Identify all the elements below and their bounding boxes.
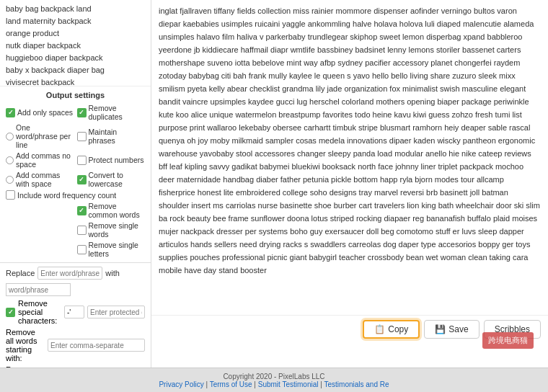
checkbox-remove-common-words[interactable] [77, 206, 87, 215]
setting-label: Add only spaces [17, 108, 73, 117]
setting-label: Remove duplicates [89, 104, 146, 121]
setting-label: Convert to lowercase [89, 171, 146, 188]
setting-label: Protect numbers [89, 156, 144, 164]
left-panel: baby bag backpack land land maternity ba… [0, 0, 151, 368]
checkbox-remove-single-words[interactable] [77, 226, 87, 235]
keyword-item: vivisecret backpack [6, 76, 145, 86]
copy-button[interactable]: 📋 Copy [363, 320, 420, 339]
replace-input[interactable] [37, 267, 102, 280]
remove-phrase-row: Remove all phrases containing: [6, 365, 145, 368]
special-chars-input[interactable] [64, 306, 84, 318]
replace-row: Replace with [6, 267, 145, 280]
setting-label: Remove single letters [89, 241, 146, 258]
terms-link[interactable]: Terms of Use [210, 380, 252, 388]
checkbox-protect-numbers[interactable] [77, 156, 87, 165]
setting-one-word-per-line[interactable]: One word/phrase per line [6, 123, 74, 149]
testimonials-link[interactable]: Testimonials and Re [324, 380, 389, 388]
checkbox-add-only-spaces[interactable] [6, 108, 15, 117]
save-label: Save [448, 324, 468, 334]
setting-add-only-spaces[interactable]: Add only spaces [6, 104, 74, 121]
copyright: Copyright 2020 - PixelLabs LLC [0, 373, 548, 380]
setting-label: Include word frequency count [17, 191, 116, 200]
watermark: 跨境电商猫 [482, 332, 534, 349]
remove-starting-row: Remove all words starting with: [6, 328, 145, 362]
setting-label: Maintain phrases [89, 128, 146, 145]
checkbox-include-word-frequency[interactable] [6, 190, 15, 200]
setting-add-commas-with-space[interactable]: Add commas with space [6, 171, 74, 188]
remove-special-label: Remove special characters: [18, 299, 61, 325]
with-label: with [105, 269, 120, 277]
setting-remove-single-letters[interactable]: Remove single letters [77, 241, 146, 258]
setting-label: One word/phrase per line [16, 123, 74, 149]
setting-label: Remove single words [89, 221, 146, 239]
output-settings: Output settings Add only spaces Remove d… [0, 86, 151, 263]
keyword-list: baby bag backpack land land maternity ba… [0, 0, 151, 86]
copy-label: Copy [388, 324, 408, 334]
keyword-item: huggieboo diaper backpack [6, 52, 145, 64]
remove-special-row: Remove special characters: [6, 299, 145, 325]
keyword-item: nutk diaper backpack [6, 40, 145, 52]
save-icon: 💾 [435, 324, 446, 334]
radio-one-word-per-line[interactable] [6, 133, 14, 141]
remove-starting-label: Remove all words starting with: [6, 328, 45, 362]
comma-separate-input[interactable] [48, 339, 145, 352]
save-button[interactable]: 💾 Save [424, 320, 479, 339]
checkbox-remove-special[interactable] [6, 308, 15, 317]
setting-empty-left3 [6, 241, 74, 258]
privacy-link[interactable]: Privacy Policy [159, 380, 203, 388]
checkbox-remove-duplicates[interactable] [77, 108, 87, 117]
keyword-item: orange product [6, 27, 145, 40]
setting-remove-duplicates[interactable]: Remove duplicates [77, 104, 146, 121]
checkbox-remove-single-letters[interactable] [77, 245, 87, 254]
controls-area: Replace with Remove special characters: … [0, 263, 151, 368]
checkbox-convert-to-lowercase[interactable] [77, 175, 87, 184]
setting-add-commas-no-space[interactable]: Add commas no space [6, 151, 74, 169]
footer: Copyright 2020 - PixelLabs LLC Privacy P… [0, 368, 548, 392]
keyword-item: baby x backpack diaper bag [6, 64, 145, 76]
right-panel: inglat fjallraven tiffany fields collect… [151, 0, 548, 368]
setting-convert-to-lowercase[interactable]: Convert to lowercase [77, 171, 146, 188]
copy-icon: 📋 [374, 324, 385, 334]
setting-protect-numbers[interactable]: Protect numbers [77, 151, 146, 169]
setting-maintain-phrases[interactable]: Maintain phrases [77, 123, 146, 149]
radio-add-commas-with-space[interactable] [6, 176, 14, 184]
setting-empty-left2 [6, 221, 74, 239]
checkbox-maintain-phrases[interactable] [77, 132, 87, 141]
replace-label: Replace [6, 269, 35, 277]
protected-chars-input[interactable] [87, 306, 145, 318]
setting-remove-common-words[interactable]: Remove common words [77, 202, 146, 219]
setting-empty-left [6, 202, 74, 219]
keyword-item: land maternity backpack [6, 15, 145, 27]
radio-add-commas-no-space[interactable] [6, 156, 14, 164]
setting-label: Remove common words [89, 202, 146, 219]
remove-phrase-label: Remove all phrases containing: [6, 365, 45, 368]
keyword-item: baby bag backpack land [6, 3, 145, 15]
setting-label: Add commas with space [16, 171, 74, 188]
setting-label: Add commas no space [16, 151, 74, 169]
output-settings-title: Output settings [6, 91, 145, 99]
setting-include-word-frequency[interactable]: Include word frequency count [6, 190, 145, 200]
footer-links: Privacy Policy | Terms of Use | Submit T… [0, 380, 548, 388]
word-phrase-input[interactable] [6, 283, 71, 296]
keyword-output: inglat fjallraven tiffany fields collect… [159, 4, 541, 277]
setting-remove-single-words[interactable]: Remove single words [77, 221, 146, 239]
submit-testimonial-link[interactable]: Submit Testimonial [258, 380, 319, 388]
